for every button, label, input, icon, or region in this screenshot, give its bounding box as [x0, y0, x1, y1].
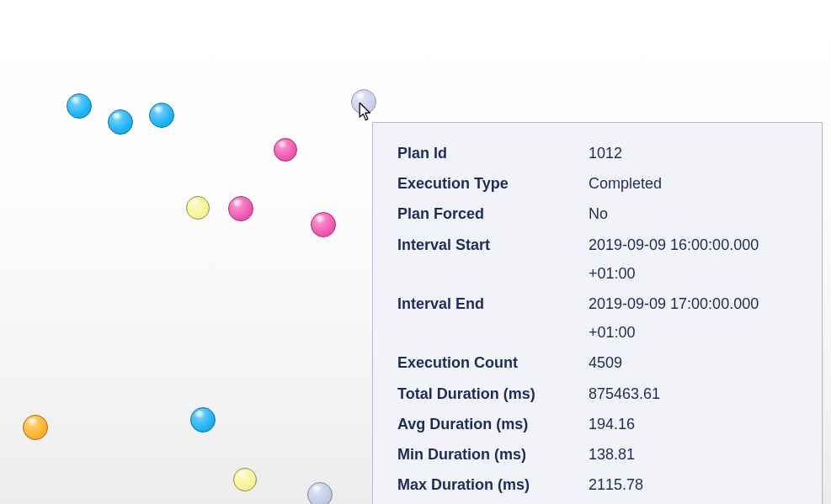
tooltip-value: 138.81 — [588, 439, 798, 470]
tooltip-value: 2115.78 — [588, 470, 798, 500]
data-point[interactable] — [307, 482, 333, 504]
data-point[interactable] — [149, 103, 174, 128]
data-point[interactable] — [108, 109, 133, 135]
data-point[interactable] — [190, 407, 216, 432]
tooltip-label: Plan Forced — [397, 199, 588, 229]
data-point[interactable] — [228, 196, 253, 221]
tooltip-label: Total Duration (ms) — [397, 379, 588, 409]
tooltip-value: 875463.61 — [588, 379, 798, 409]
tooltip-value: No — [588, 199, 798, 229]
tooltip-row: Interval Start2019-09-09 16:00:00.000 +0… — [397, 230, 798, 289]
tooltip-row: Avg Duration (ms)194.16 — [397, 409, 798, 439]
data-point[interactable] — [274, 138, 297, 162]
tooltip-value: 194.16 — [588, 409, 798, 439]
tooltip-label: Avg Duration (ms) — [397, 409, 588, 439]
tooltip-value: 82.83 — [588, 500, 798, 504]
tooltip-row: Execution Count4509 — [397, 347, 798, 378]
tooltip-value: 4509 — [588, 347, 798, 378]
tooltip-value: Completed — [588, 168, 798, 199]
tooltip-label: Std Dev Duration (ms) — [397, 500, 588, 504]
tooltip-table: Plan Id1012 Execution TypeCompleted Plan… — [397, 138, 798, 504]
tooltip-panel: Plan Id1012 Execution TypeCompleted Plan… — [372, 122, 823, 504]
tooltip-label: Plan Id — [397, 138, 588, 168]
tooltip-row: Interval End2019-09-09 17:00:00.000 +01:… — [397, 289, 798, 347]
tooltip-label: Execution Count — [397, 347, 588, 378]
data-point[interactable] — [67, 93, 92, 119]
data-point[interactable] — [233, 468, 257, 491]
tooltip-row: Total Duration (ms)875463.61 — [397, 379, 798, 409]
tooltip-row: Std Dev Duration (ms)82.83 — [397, 500, 798, 504]
tooltip-label: Interval Start — [397, 230, 588, 289]
tooltip-row: Execution TypeCompleted — [397, 168, 798, 199]
tooltip-label: Min Duration (ms) — [397, 439, 588, 470]
tooltip-value: 1012 — [588, 138, 798, 168]
tooltip-label: Interval End — [397, 289, 588, 347]
tooltip-label: Max Duration (ms) — [397, 470, 588, 500]
data-point[interactable] — [23, 415, 48, 440]
data-point[interactable] — [186, 196, 210, 220]
tooltip-row: Max Duration (ms)2115.78 — [397, 470, 798, 500]
tooltip-label: Execution Type — [397, 168, 588, 199]
tooltip-value: 2019-09-09 16:00:00.000 +01:00 — [588, 230, 798, 289]
data-point[interactable] — [311, 212, 336, 237]
tooltip-row: Min Duration (ms)138.81 — [397, 439, 798, 470]
tooltip-value: 2019-09-09 17:00:00.000 +01:00 — [588, 289, 798, 347]
tooltip-row: Plan ForcedNo — [397, 199, 798, 229]
data-point-hovered[interactable] — [351, 89, 376, 114]
tooltip-row: Plan Id1012 — [397, 138, 798, 168]
